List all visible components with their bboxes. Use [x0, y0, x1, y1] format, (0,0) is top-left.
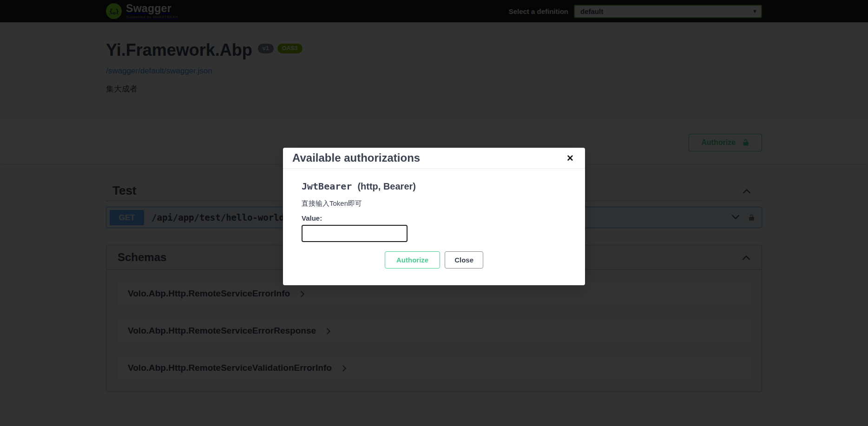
auth-scheme-description: 直接输入Token即可	[302, 199, 566, 208]
modal-header: Available authorizations ✕	[283, 148, 585, 169]
auth-scheme-name: JwtBearer	[302, 181, 352, 192]
value-label: Value:	[302, 214, 566, 222]
token-value-input[interactable]	[302, 225, 408, 242]
modal-title: Available authorizations	[292, 151, 420, 164]
modal-content: JwtBearer (http, Bearer) 直接输入Token即可 Val…	[283, 169, 585, 285]
authorizations-modal: Available authorizations ✕ JwtBearer (ht…	[283, 148, 585, 285]
auth-scheme-type: (http, Bearer)	[357, 181, 416, 192]
modal-authorize-button[interactable]: Authorize	[385, 251, 440, 269]
modal-close-button[interactable]: Close	[445, 251, 483, 269]
close-icon[interactable]: ✕	[565, 152, 576, 164]
